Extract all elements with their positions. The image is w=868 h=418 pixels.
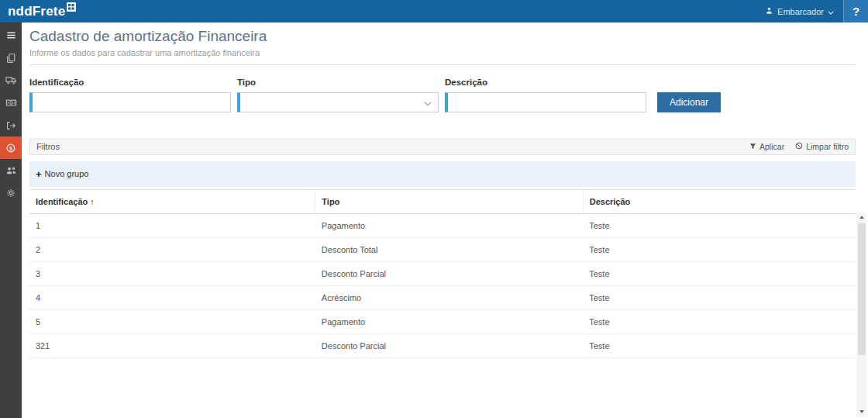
- user-icon: [765, 6, 773, 16]
- scroll-up-button[interactable]: [856, 212, 866, 223]
- scroll-down-button[interactable]: [856, 407, 866, 417]
- header-divider: [29, 64, 856, 65]
- triangle-down-icon: [859, 410, 864, 413]
- sidebar-item-export[interactable]: [0, 114, 22, 136]
- descricao-label: Descrição: [445, 78, 646, 87]
- limpar-filtro-label: Limpar filtro: [806, 142, 849, 151]
- billing-icon: [5, 97, 17, 109]
- table-row[interactable]: 3 Desconto Parcial Teste: [29, 261, 856, 285]
- filters-title: Filtros: [36, 142, 60, 151]
- novo-grupo-button[interactable]: + Novo grupo: [36, 169, 88, 179]
- cell-tipo: Pagamento: [315, 213, 583, 237]
- descricao-field: Descrição: [445, 78, 646, 112]
- cell-identificacao: 4: [29, 285, 315, 309]
- cell-identificacao: 1: [29, 213, 315, 237]
- topbar-right: Embarcador ?: [756, 0, 868, 22]
- limpar-filtro-button[interactable]: Limpar filtro: [795, 142, 849, 151]
- tipo-select[interactable]: [237, 92, 439, 112]
- page-title: Cadastro de amortização Financeira: [29, 28, 856, 46]
- export-icon: [5, 120, 16, 131]
- users-icon: [5, 164, 17, 176]
- cell-descricao: Teste: [583, 213, 856, 237]
- table-row[interactable]: 5 Pagamento Teste: [29, 309, 856, 333]
- settings-icon: [5, 188, 16, 199]
- user-menu[interactable]: Embarcador: [756, 0, 843, 22]
- aplicar-button[interactable]: Aplicar: [749, 142, 784, 151]
- cell-descricao: Teste: [583, 237, 856, 261]
- cell-descricao: Teste: [583, 309, 856, 333]
- documents-icon: [5, 53, 16, 64]
- filters-bar: Filtros Aplicar Limpar filtro: [29, 139, 856, 155]
- logo-icon: [67, 2, 76, 12]
- chevron-down-icon: [828, 7, 834, 16]
- cell-tipo: Desconto Parcial: [315, 333, 583, 358]
- cell-descricao: Teste: [583, 333, 856, 358]
- topbar: nddFrete Embarcador ?: [0, 0, 868, 22]
- cell-identificacao: 2: [29, 237, 315, 261]
- cell-descricao: Teste: [583, 261, 856, 285]
- logo-text: nddFrete: [8, 4, 65, 19]
- sidebar-item-financial-amortization[interactable]: $: [0, 136, 22, 159]
- page-subtitle: Informe os dados para cadastrar uma amor…: [29, 48, 856, 57]
- column-label: Descrição: [590, 197, 631, 206]
- table-row[interactable]: 321 Desconto Parcial Teste: [29, 333, 856, 358]
- identificacao-field: Identificação: [29, 78, 231, 112]
- sidebar: $: [0, 22, 22, 418]
- menu-icon: [5, 29, 17, 41]
- aplicar-label: Aplicar: [760, 142, 784, 151]
- table-row[interactable]: 2 Desconto Total Teste: [29, 237, 856, 261]
- app-logo[interactable]: nddFrete: [8, 0, 76, 22]
- cell-descricao: Teste: [583, 285, 856, 309]
- amortization-form: Identificação Tipo Descrição Adicionar: [29, 78, 856, 112]
- cell-identificacao: 3: [29, 261, 315, 285]
- select-chevron-down-icon: [424, 95, 432, 109]
- table-header-row: Identificação↑ Tipo Descrição: [29, 189, 856, 213]
- filter-group-area: + Novo grupo: [29, 161, 856, 187]
- identificacao-input[interactable]: [29, 92, 231, 112]
- cell-identificacao: 5: [29, 309, 315, 333]
- help-button[interactable]: ?: [843, 0, 868, 22]
- cell-identificacao: 321: [29, 333, 315, 358]
- sidebar-item-users[interactable]: [0, 159, 22, 181]
- column-label: Tipo: [322, 197, 339, 206]
- svg-text:$: $: [9, 144, 13, 151]
- sidebar-item-documents[interactable]: [0, 47, 22, 69]
- scrollbar-thumb[interactable]: [858, 223, 866, 355]
- cell-tipo: Acréscimo: [315, 285, 583, 309]
- filter-funnel-icon: [749, 142, 756, 151]
- user-menu-label: Embarcador: [777, 7, 824, 16]
- column-header-descricao[interactable]: Descrição: [583, 189, 856, 213]
- financial-amortization-icon: $: [5, 143, 16, 154]
- tipo-label: Tipo: [237, 78, 439, 87]
- descricao-input[interactable]: [445, 92, 646, 112]
- sidebar-item-truck[interactable]: [0, 69, 22, 92]
- filters-actions: Aplicar Limpar filtro: [749, 142, 849, 151]
- sidebar-item-settings[interactable]: [0, 181, 22, 204]
- cell-tipo: Desconto Parcial: [315, 261, 583, 285]
- column-header-tipo[interactable]: Tipo: [315, 189, 583, 213]
- cell-tipo: Desconto Total: [315, 237, 583, 261]
- novo-grupo-label: Novo grupo: [45, 169, 89, 178]
- table-row[interactable]: 1 Pagamento Teste: [29, 213, 856, 237]
- plus-icon: +: [36, 169, 42, 179]
- help-label: ?: [852, 5, 859, 18]
- amortization-table-area: Identificação↑ Tipo Descrição 1 Pagament…: [29, 189, 856, 358]
- clear-slash-icon: [795, 142, 803, 151]
- identificacao-label: Identificação: [29, 78, 231, 87]
- triangle-up-icon: [859, 216, 864, 219]
- column-header-identificacao[interactable]: Identificação↑: [29, 189, 315, 213]
- main-content: Cadastro de amortização Financeira Infor…: [22, 22, 868, 418]
- adicionar-button[interactable]: Adicionar: [657, 92, 721, 112]
- table-scrollbar[interactable]: [856, 212, 866, 417]
- sidebar-item-menu[interactable]: [0, 24, 22, 47]
- amortization-table: Identificação↑ Tipo Descrição 1 Pagament…: [29, 189, 856, 358]
- sidebar-item-billing[interactable]: [0, 92, 22, 114]
- cell-tipo: Pagamento: [315, 309, 583, 333]
- truck-icon: [5, 74, 17, 86]
- tipo-field: Tipo: [237, 78, 439, 112]
- table-row[interactable]: 4 Acréscimo Teste: [29, 285, 856, 309]
- column-label: Identificação: [36, 197, 88, 206]
- sort-asc-icon: ↑: [90, 197, 95, 206]
